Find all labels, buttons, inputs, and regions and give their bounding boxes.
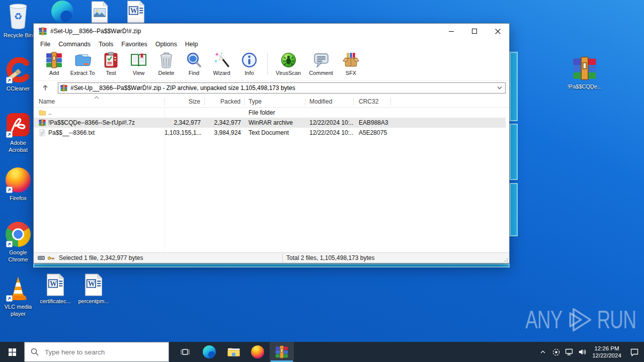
delete-button[interactable]: Delete — [152, 50, 180, 76]
taskbar-firefox-button[interactable] — [246, 342, 270, 362]
add-button[interactable]: Add — [40, 50, 68, 76]
desktop-icon-label: Firefox — [0, 195, 36, 202]
file-size: 1,103,155,1... — [165, 129, 205, 136]
firefox-icon — [251, 345, 264, 358]
word-file-icon: W — [126, 1, 146, 23]
virusscan-icon — [280, 52, 297, 68]
sfx-box-icon — [343, 52, 359, 68]
task-view-icon — [180, 347, 190, 357]
taskbar-clock[interactable]: 12:26 PM 12/22/2024 — [591, 345, 623, 359]
desktop-icon-archive[interactable]: !Pa$$CQḐe... — [567, 55, 603, 90]
test-clipboard-icon — [103, 52, 119, 68]
shortcut-arrow-icon — [6, 77, 13, 83]
virusscan-button[interactable]: VirusScan — [272, 50, 305, 76]
desktop-icon-edge[interactable] — [44, 0, 80, 23]
clock-time: 12:26 PM — [591, 345, 623, 352]
file-crc32: A5E28075 — [354, 129, 391, 136]
column-header-packed[interactable]: Packed — [205, 98, 245, 106]
file-name: .. — [48, 109, 52, 116]
tray-network-button[interactable] — [562, 342, 576, 362]
view-button[interactable]: View — [125, 50, 152, 76]
menu-tools[interactable]: Tools — [95, 41, 117, 48]
toolbar-separator — [267, 53, 268, 75]
find-magnifier-icon — [186, 52, 202, 68]
resize-grip[interactable] — [503, 257, 508, 262]
up-arrow-icon — [42, 84, 49, 92]
up-directory-button[interactable] — [38, 82, 53, 94]
desktop-icon-label: certificatec... — [37, 298, 73, 305]
status-bar: Selected 1 file, 2,342,977 bytes Total 2… — [34, 252, 509, 263]
desktop-icon-ccleaner[interactable]: CCleaner — [0, 56, 36, 92]
menu-file[interactable]: File — [36, 41, 54, 48]
file-row-selected[interactable]: !Pa$$CQḐe--8366--Se-ťUp#!.7z 2,342,977 2… — [34, 118, 506, 128]
menu-help[interactable]: Help — [181, 41, 202, 48]
wizard-button[interactable]: Wizard — [208, 50, 235, 76]
desktop-icon-percent-doc[interactable]: W percentpm... — [75, 274, 112, 305]
start-button[interactable] — [0, 342, 24, 362]
tray-meet-now-button[interactable] — [549, 342, 562, 362]
title-bar[interactable]: #Set-Up__8366--Pa$$WørḊ!#.zip — [34, 24, 509, 39]
tray-volume-button[interactable] — [576, 342, 589, 362]
info-button[interactable]: Info — [235, 50, 263, 76]
key-icon — [47, 255, 55, 261]
maximize-button[interactable] — [463, 24, 486, 39]
system-tray: 12:26 PM 12/22/2024 — [536, 342, 644, 362]
column-header-name[interactable]: Name — [34, 98, 165, 106]
desktop-icon-label: CCleaner — [0, 85, 36, 92]
find-button[interactable]: Find — [180, 50, 208, 76]
anyrun-watermark: ANY RUN — [521, 306, 640, 334]
menu-options[interactable]: Options — [151, 41, 181, 48]
svg-text:♻: ♻ — [14, 11, 23, 22]
menu-commands[interactable]: Commands — [54, 41, 95, 48]
taskbar-edge-button[interactable] — [197, 342, 221, 362]
minimize-button[interactable] — [440, 24, 463, 39]
wizard-wand-icon — [213, 52, 230, 68]
file-row[interactable]: Pa$$__--8366.txt 1,103,155,1... 3,984,92… — [34, 128, 506, 138]
column-header-modified[interactable]: Modified — [305, 98, 354, 106]
action-center-button[interactable] — [625, 342, 644, 362]
desktop-icon-label: !Pa$$CQḐe... — [567, 83, 603, 90]
chrome-icon — [5, 221, 31, 247]
action-center-icon — [630, 348, 639, 356]
desktop-icon-word-file[interactable]: W — [118, 1, 154, 23]
test-button[interactable]: Test — [97, 50, 125, 76]
desktop-icon-recycle-bin[interactable]: ♻ Recycle Bin — [0, 1, 36, 39]
firefox-icon — [5, 167, 31, 193]
close-button[interactable] — [486, 24, 509, 39]
tray-expand-button[interactable] — [536, 342, 549, 362]
desktop-icon-adobe-acrobat[interactable]: Adobe Acrobat — [0, 112, 36, 153]
menu-favorites[interactable]: Favorites — [117, 41, 151, 48]
wallpaper-beam — [510, 183, 518, 236]
file-size: 2,342,977 — [165, 119, 205, 126]
column-header-crc32[interactable]: CRC32 — [354, 98, 391, 106]
comment-button[interactable]: Comment — [305, 50, 337, 76]
status-separator — [282, 253, 283, 263]
desktop-icon-certificate-doc[interactable]: W certificatec... — [37, 274, 73, 305]
anyrun-logo-icon — [566, 306, 594, 334]
file-row[interactable]: .. File folder — [34, 108, 506, 118]
word-file-icon: W — [45, 274, 65, 296]
taskbar-explorer-button[interactable] — [221, 342, 246, 362]
desktop-icon-image-file[interactable] — [82, 1, 118, 23]
file-name: !Pa$$CQḐe--8366--Se-ťUp#!.7z — [48, 119, 135, 126]
column-header-size[interactable]: Size — [165, 98, 205, 106]
taskbar-search[interactable] — [24, 342, 169, 362]
task-view-button[interactable] — [173, 342, 197, 362]
folder-up-icon — [39, 109, 46, 116]
winrar-archive-icon — [572, 55, 598, 81]
archive-path-text: #Set-Up__8366--Pa$$WørḊ!#.zip - ZIP arch… — [70, 84, 497, 92]
column-header-type[interactable]: Type — [245, 98, 305, 106]
desktop-icon-google-chrome[interactable]: Google Chrome — [0, 221, 36, 263]
file-type: File folder — [245, 109, 305, 116]
archive-path-combobox[interactable]: #Set-Up__8366--Pa$$WørḊ!#.zip - ZIP arch… — [58, 82, 506, 94]
desktop-icon-vlc[interactable]: VLC media player — [0, 276, 36, 317]
extract-to-button[interactable]: Extract To — [68, 50, 97, 76]
search-icon — [31, 348, 39, 356]
desktop-icon-firefox[interactable]: Firefox — [0, 167, 36, 202]
search-input[interactable] — [44, 348, 156, 356]
edge-icon — [51, 0, 74, 23]
delete-trash-icon — [158, 52, 175, 68]
taskbar-winrar-button[interactable] — [270, 342, 294, 362]
sfx-button[interactable]: SFX — [337, 50, 365, 76]
shortcut-arrow-icon — [6, 241, 13, 247]
